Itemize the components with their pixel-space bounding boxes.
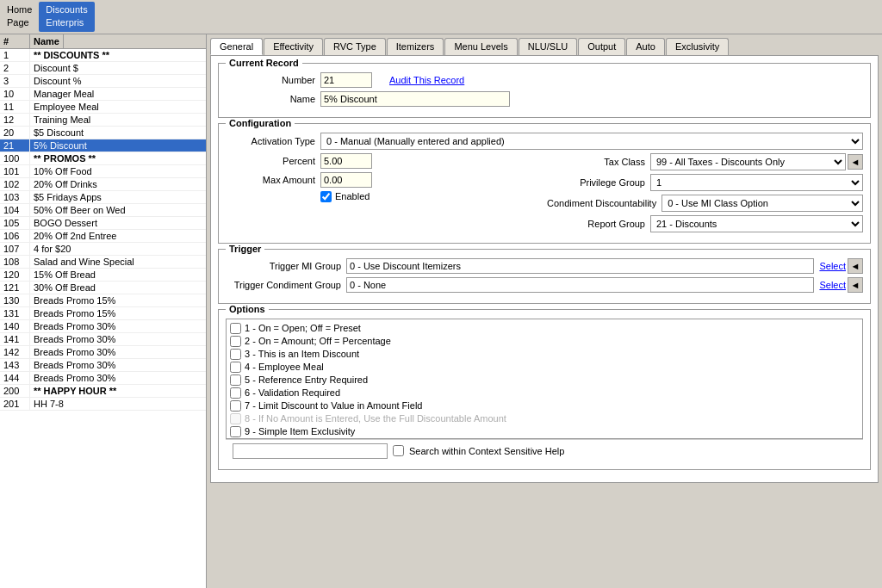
list-item-name: 5% Discount — [30, 139, 90, 152]
tab-exclusivity[interactable]: Exclusivity — [666, 38, 729, 55]
tab-itemizers[interactable]: Itemizers — [387, 38, 444, 55]
list-item[interactable]: 141 Breads Promo 30% — [0, 333, 206, 346]
list-item-name: 20% Off 2nd Entree — [30, 230, 120, 242]
list-item-num: 3 — [0, 75, 30, 87]
tab-nlu-slu[interactable]: NLU/SLU — [519, 38, 577, 55]
option-item-opt4: 4 - Employee Meal — [230, 362, 859, 373]
audit-link[interactable]: Audit This Record — [389, 75, 464, 85]
option-checkbox-opt1[interactable] — [230, 323, 241, 334]
list-item[interactable]: 102 20% Off Drinks — [0, 178, 206, 191]
mi-group-label: Trigger MI Group — [226, 261, 346, 271]
list-item-num: 104 — [0, 204, 30, 216]
list-item[interactable]: 143 Breads Promo 30% — [0, 359, 206, 372]
option-checkbox-opt9[interactable] — [230, 426, 241, 437]
list-item-num: 1 — [0, 49, 30, 61]
option-checkbox-opt7[interactable] — [230, 400, 241, 412]
list-item[interactable]: 108 Salad and Wine Special — [0, 256, 206, 269]
list-item-num: 120 — [0, 269, 30, 281]
list-item-name: ** DISCOUNTS ** — [30, 49, 113, 61]
list-item[interactable]: 20 $5 Discount — [0, 127, 206, 139]
name-input[interactable] — [320, 91, 510, 107]
activation-type-select[interactable]: 0 - Manual (Manually entered and applied… — [320, 133, 863, 150]
option-checkbox-opt4[interactable] — [230, 362, 241, 373]
option-checkbox-opt8 — [230, 413, 241, 424]
condiment-group-input[interactable] — [346, 277, 814, 293]
tab-rvc-type[interactable]: RVC Type — [324, 38, 386, 55]
mi-group-input[interactable] — [346, 258, 814, 274]
tax-class-select[interactable]: 99 - All Taxes - Discounts Only — [650, 153, 846, 170]
tab-effectivity[interactable]: Effectivity — [264, 38, 323, 55]
search-input[interactable] — [233, 443, 388, 459]
list-item[interactable]: 121 30% Off Bread — [0, 282, 206, 294]
condiment-discountability-select[interactable]: 0 - Use MI Class Option — [662, 195, 863, 212]
list-item[interactable]: 140 Breads Promo 30% — [0, 320, 206, 333]
list-item[interactable]: 1 ** DISCOUNTS ** — [0, 49, 206, 62]
context-help-checkbox[interactable] — [393, 445, 404, 456]
privilege-group-select[interactable]: 1 — [650, 174, 863, 191]
condiment-group-select-link[interactable]: Select — [819, 280, 846, 290]
option-checkbox-opt6[interactable] — [230, 387, 241, 399]
list-item-num: 12 — [0, 114, 30, 126]
list-item[interactable]: 103 $5 Fridays Apps — [0, 191, 206, 204]
list-item-num: 2 — [0, 62, 30, 74]
trigger-group: Trigger Trigger MI Group Select ◄ Trigge… — [218, 249, 871, 304]
number-input[interactable] — [320, 72, 372, 88]
option-checkbox-opt5[interactable] — [230, 374, 241, 386]
list-item-name: Breads Promo 30% — [30, 346, 119, 358]
tab-general[interactable]: General — [210, 38, 263, 55]
mi-group-arrow[interactable]: ◄ — [848, 258, 863, 274]
list-item-num: 106 — [0, 230, 30, 242]
list-item[interactable]: 142 Breads Promo 30% — [0, 346, 206, 359]
option-item-opt1: 1 - On = Open; Off = Preset — [230, 323, 859, 334]
list-item[interactable]: 101 10% Off Food — [0, 165, 206, 178]
list-item[interactable]: 11 Employee Meal — [0, 101, 206, 114]
list-item-num: 140 — [0, 320, 30, 332]
mi-group-select-link[interactable]: Select — [819, 261, 846, 271]
list-item[interactable]: 107 4 for $20 — [0, 243, 206, 256]
list-item-name: Breads Promo 15% — [30, 307, 119, 319]
list-item-name: Discount % — [30, 75, 85, 87]
list-item[interactable]: 12 Training Meal — [0, 114, 206, 127]
tabs: GeneralEffectivityRVC TypeItemizersMenu … — [210, 38, 879, 55]
list-item-name: HH 7-8 — [30, 398, 67, 410]
list-item[interactable]: 104 50% Off Beer on Wed — [0, 204, 206, 217]
current-record-group: Current Record Number Audit This Record … — [218, 63, 871, 118]
enabled-text: Enabled — [335, 191, 370, 201]
list-item[interactable]: 120 15% Off Bread — [0, 269, 206, 282]
list-item-name: 15% Off Bread — [30, 269, 99, 281]
percent-input[interactable] — [320, 153, 372, 169]
list-item-num: 130 — [0, 294, 30, 306]
list-item[interactable]: 21 5% Discount — [0, 139, 206, 152]
tab-menu-levels[interactable]: Menu Levels — [444, 38, 517, 55]
option-checkbox-opt2[interactable] — [230, 336, 241, 347]
tax-class-arrow[interactable]: ◄ — [848, 154, 863, 170]
list-item-name: 30% Off Bread — [30, 282, 99, 294]
list-item[interactable]: 144 Breads Promo 30% — [0, 372, 206, 385]
option-checkbox-opt3[interactable] — [230, 349, 241, 360]
trigger-legend: Trigger — [226, 244, 264, 254]
list-item-name: $5 Fridays Apps — [30, 191, 105, 203]
name-label: Name — [226, 94, 320, 104]
option-item-opt7: 7 - Limit Discount to Value in Amount Fi… — [230, 400, 859, 412]
list-item[interactable]: 100 ** PROMOS ** — [0, 152, 206, 165]
list-item-num: 11 — [0, 101, 30, 113]
list-item[interactable]: 130 Breads Promo 15% — [0, 294, 206, 307]
condiment-group-arrow[interactable]: ◄ — [848, 277, 863, 293]
tab-output[interactable]: Output — [578, 38, 625, 55]
list-item[interactable]: 201 HH 7-8 — [0, 398, 206, 411]
nav-home-page[interactable]: Home Page — [0, 2, 39, 32]
list-item[interactable]: 106 20% Off 2nd Entree — [0, 230, 206, 243]
report-group-select[interactable]: 21 - Discounts — [650, 215, 863, 232]
list-item-num: 10 — [0, 88, 30, 100]
list-item[interactable]: 3 Discount % — [0, 75, 206, 88]
list-item[interactable]: 105 BOGO Dessert — [0, 217, 206, 230]
max-amount-input[interactable] — [320, 172, 372, 188]
list-item[interactable]: 131 Breads Promo 15% — [0, 307, 206, 320]
list-item[interactable]: 2 Discount $ — [0, 62, 206, 75]
list-item[interactable]: 10 Manager Meal — [0, 88, 206, 101]
tab-auto[interactable]: Auto — [626, 38, 665, 55]
nav-discounts-enterprise[interactable]: Discounts Enterpris — [39, 2, 94, 32]
enabled-checkbox[interactable] — [320, 191, 332, 202]
list-item-name: Employee Meal — [30, 101, 102, 113]
list-item[interactable]: 200 ** HAPPY HOUR ** — [0, 385, 206, 398]
